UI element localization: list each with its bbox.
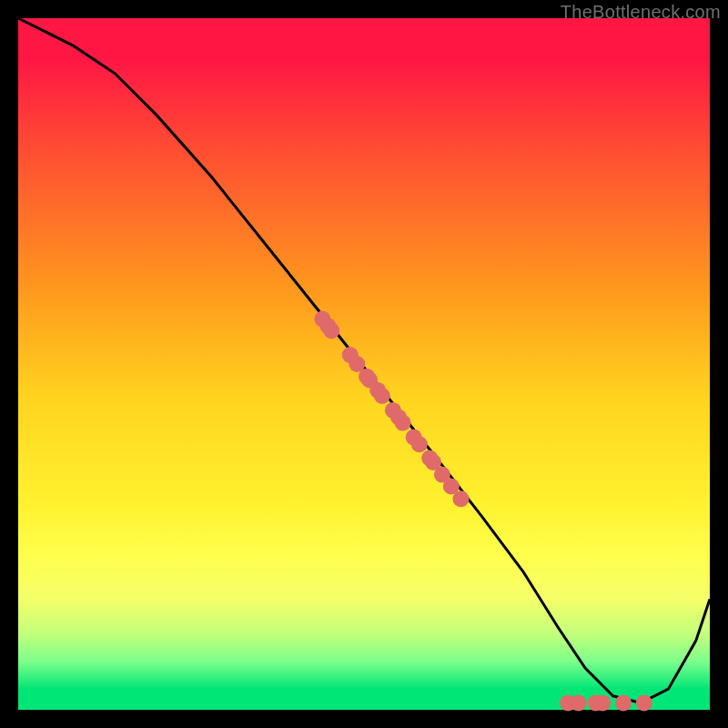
chart-overlay <box>18 18 710 710</box>
scatter-dot <box>636 694 652 711</box>
scatter-dot <box>374 388 390 404</box>
scatter-dot <box>571 694 587 711</box>
scatter-dot <box>323 323 339 339</box>
scatter-points <box>314 311 652 712</box>
chart-container: TheBottleneck.com <box>0 0 728 728</box>
scatter-dot <box>594 694 611 711</box>
scatter-dot <box>411 436 428 452</box>
scatter-dot <box>452 490 469 507</box>
watermark-text: TheBottleneck.com <box>561 2 721 23</box>
scatter-dot <box>615 694 632 711</box>
scatter-dot <box>395 415 411 431</box>
